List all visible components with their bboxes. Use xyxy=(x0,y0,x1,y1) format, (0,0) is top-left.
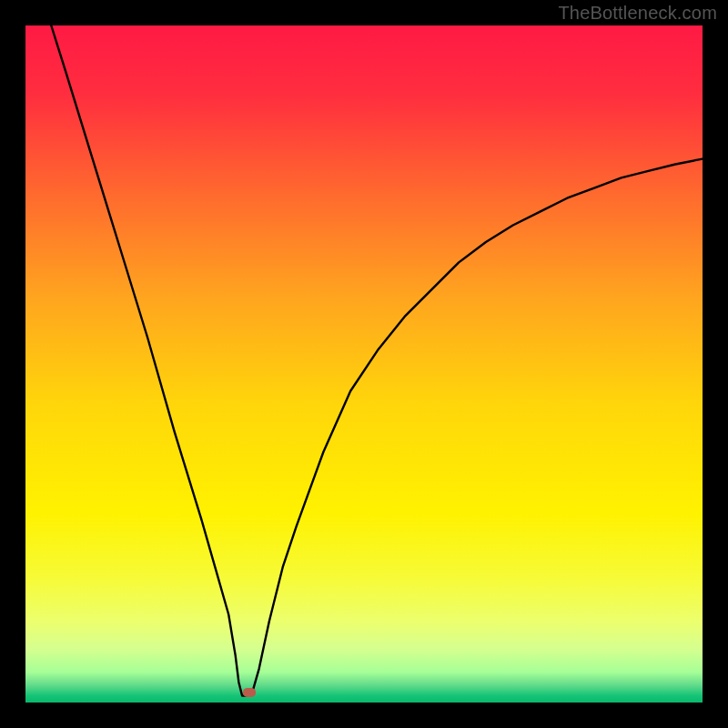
chart-plot-area xyxy=(25,25,703,703)
chart-min-marker xyxy=(243,688,256,697)
watermark-text: TheBottleneck.com xyxy=(558,3,717,24)
chart-curve xyxy=(25,25,703,703)
chart-container: TheBottleneck.com xyxy=(0,0,728,728)
